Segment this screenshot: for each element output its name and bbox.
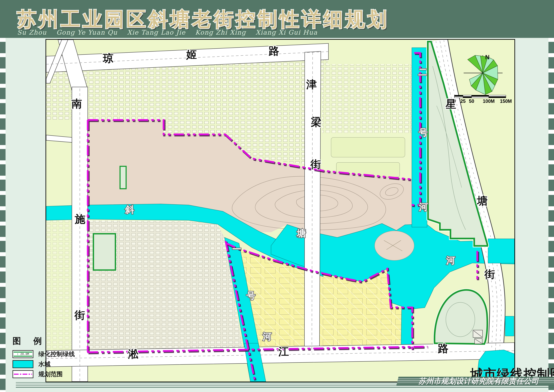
- company-banner: 苏州市规划设计研究院有限责任公司: [396, 377, 554, 385]
- road-label-8: 街: [310, 158, 321, 170]
- river-label-15: 斜: [125, 204, 134, 215]
- company-name: 苏州市规划设计研究院有限责任公司: [397, 377, 554, 385]
- road-label-6: 津: [306, 78, 317, 90]
- page-title-pinyin: Su Zhou Gong Ye Yuan Qu Xie Tang Lao Jie…: [17, 29, 318, 36]
- scale-tick-50: 50: [469, 98, 474, 104]
- film-strip-left-decoration: [0, 38, 6, 392]
- road-label-13: 江: [278, 346, 289, 357]
- road-label-11: 街: [484, 268, 495, 280]
- green-line-swatch: ↕ 20.0M: [13, 350, 33, 358]
- road-label-0: 琼: [103, 52, 113, 64]
- road-label-1: 姬: [186, 49, 197, 60]
- river-label-19: 号: [419, 127, 428, 137]
- lawns-northeast: [331, 137, 405, 177]
- footer-rule-4: [16, 387, 554, 388]
- river-label-18: 二: [418, 67, 427, 77]
- page-title: 苏州工业园区斜塘老街控制性详细规划: [17, 8, 389, 30]
- arrow-updown-icon: ↕: [17, 353, 19, 356]
- green-line-dimension: ↕ 20.0M: [13, 353, 33, 356]
- road-label-3: 南: [71, 98, 82, 110]
- header-band: 苏州工业园区斜塘老街控制性详细规划 苏州工业园区斜塘老街控制性详细规划 Su Z…: [0, 0, 554, 38]
- road-label-9: 星: [445, 98, 456, 110]
- road-label-2: 路: [269, 45, 279, 57]
- green-strip-west: [93, 234, 115, 270]
- legend: 图 例 ↕ 20.0M 绿化控制绿线 水域 规划范围: [13, 335, 118, 380]
- road-label-12: 淞: [128, 348, 139, 360]
- road-label-5: 街: [74, 309, 85, 321]
- boundary-swatch: [13, 370, 33, 378]
- green-strip-small: [120, 166, 126, 189]
- pond-east-of-road: [505, 316, 514, 336]
- river-label-23: 河: [263, 331, 272, 342]
- park-buildings: [473, 330, 483, 344]
- river-label-21: 一: [232, 244, 241, 254]
- scale-tick-25: 25: [460, 98, 466, 104]
- river-label-20: 河: [419, 202, 428, 212]
- planning-map: N 02550100M150M 琼姬路南施街津梁街星塘街淞江路斜塘河二号河一号河: [46, 40, 514, 382]
- river-label-22: 号: [246, 291, 255, 301]
- lake-island: [375, 231, 414, 260]
- film-strip-right-decoration: [548, 38, 554, 392]
- river-label-16: 塘: [297, 228, 306, 238]
- road-label-14: 路: [438, 343, 449, 354]
- header-svg: 苏州工业园区斜塘老街控制性详细规划 苏州工业园区斜塘老街控制性详细规划 Su Z…: [0, 0, 554, 38]
- road-label-7: 梁: [311, 116, 321, 128]
- page: 苏州工业园区斜塘老街控制性详细规划 苏州工业园区斜塘老街控制性详细规划 Su Z…: [0, 0, 554, 392]
- boundary-dash-line: [14, 374, 32, 375]
- scale-tick-150M: 150M: [500, 98, 512, 104]
- legend-item-boundary: 规划范围: [13, 371, 118, 378]
- road-label-4: 施: [75, 213, 85, 225]
- green-line-top: [14, 352, 32, 353]
- legend-item-green-line: ↕ 20.0M 绿化控制绿线: [13, 350, 118, 358]
- lake-outlet-east: [488, 239, 514, 263]
- legend-label: 规划范围: [38, 370, 63, 378]
- water-swatch: [13, 360, 33, 368]
- legend-item-water: 水域: [13, 360, 118, 368]
- map-canvas: N 02550100M150M 琼姬路南施街津梁街星塘街淞江路斜塘河二号河一号河: [46, 39, 515, 382]
- north-label: N: [485, 54, 490, 61]
- scale-tick-100M: 100M: [483, 98, 495, 104]
- legend-title: 图 例: [13, 335, 118, 347]
- river-label-17: 河: [446, 255, 455, 265]
- legend-label: 绿化控制绿线: [38, 350, 75, 358]
- road-label-10: 塘: [477, 195, 488, 207]
- green-line-bottom: [14, 356, 32, 357]
- legend-label: 水域: [38, 360, 50, 368]
